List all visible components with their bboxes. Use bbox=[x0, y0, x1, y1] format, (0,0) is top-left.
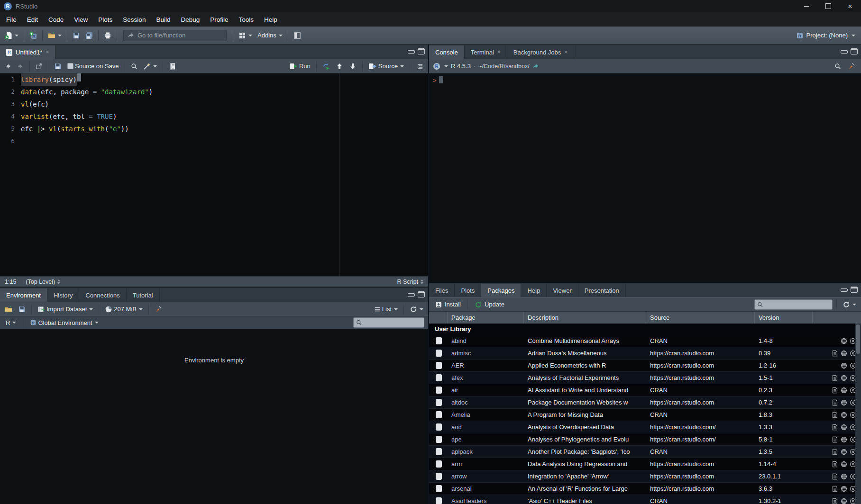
package-name-link[interactable]: aod bbox=[448, 423, 524, 431]
window-maximize-button[interactable] bbox=[817, 0, 839, 12]
package-name-link[interactable]: Amelia bbox=[448, 411, 524, 418]
package-name-link[interactable]: ape bbox=[448, 436, 524, 443]
goto-directory-icon[interactable] bbox=[532, 63, 539, 70]
rerun-button[interactable] bbox=[321, 60, 332, 72]
tab-untitled1[interactable]: R Untitled1* bbox=[0, 45, 55, 59]
tab-console[interactable]: Console bbox=[429, 45, 465, 59]
package-checkbox[interactable] bbox=[436, 448, 442, 455]
tab-help[interactable]: Help bbox=[521, 284, 547, 297]
package-name-link[interactable]: arsenal bbox=[448, 485, 524, 492]
compile-report-button[interactable] bbox=[167, 60, 178, 72]
console-maximize-icon[interactable] bbox=[851, 48, 858, 54]
refresh-environment-button[interactable] bbox=[408, 303, 425, 315]
package-website-icon[interactable] bbox=[841, 424, 847, 431]
tab-tutorial[interactable]: Tutorial bbox=[127, 288, 160, 302]
package-name-link[interactable]: arrow bbox=[448, 473, 524, 480]
code-tools-button[interactable] bbox=[141, 60, 159, 72]
console-minimize-icon[interactable] bbox=[841, 50, 848, 54]
package-checkbox[interactable] bbox=[436, 362, 442, 369]
list-view-button[interactable]: List bbox=[372, 303, 400, 315]
package-website-icon[interactable] bbox=[841, 399, 847, 406]
package-checkbox[interactable] bbox=[436, 387, 442, 394]
r-version-dropdown[interactable] bbox=[444, 65, 448, 67]
print-button[interactable] bbox=[102, 29, 113, 42]
forward-button[interactable] bbox=[15, 60, 26, 72]
new-file-button[interactable] bbox=[3, 29, 20, 42]
package-checkbox[interactable] bbox=[436, 423, 442, 431]
window-close-button[interactable] bbox=[839, 0, 861, 12]
update-button[interactable]: Update bbox=[472, 299, 507, 310]
load-workspace-button[interactable] bbox=[3, 303, 14, 315]
package-name-link[interactable]: admisc bbox=[448, 350, 524, 357]
environment-search-input[interactable] bbox=[364, 319, 421, 326]
console-output[interactable]: > bbox=[429, 73, 861, 282]
source-on-save-checkbox[interactable] bbox=[67, 63, 73, 69]
project-menu-button[interactable]: Project: (None) bbox=[796, 32, 858, 39]
package-manual-icon[interactable] bbox=[832, 350, 838, 357]
package-manual-icon[interactable] bbox=[832, 387, 838, 394]
open-file-button[interactable] bbox=[46, 29, 64, 42]
import-dataset-button[interactable]: Import Dataset bbox=[36, 303, 95, 315]
package-website-icon[interactable] bbox=[841, 338, 847, 344]
package-name-link[interactable]: arm bbox=[448, 460, 524, 468]
package-website-icon[interactable] bbox=[841, 412, 847, 418]
package-website-icon[interactable] bbox=[841, 449, 847, 455]
package-website-icon[interactable] bbox=[841, 387, 847, 394]
package-website-icon[interactable] bbox=[841, 486, 847, 492]
tab-history[interactable]: History bbox=[47, 288, 79, 302]
goto-file-function-box[interactable]: Go to file/function bbox=[123, 30, 227, 41]
source-button[interactable]: Source bbox=[366, 60, 406, 72]
pane-layout-button[interactable] bbox=[292, 29, 303, 42]
package-name-link[interactable]: AsioHeaders bbox=[448, 497, 524, 504]
menu-help[interactable]: Help bbox=[259, 12, 283, 27]
run-next-chunk-button[interactable] bbox=[347, 60, 358, 72]
package-manual-icon[interactable] bbox=[832, 461, 838, 468]
package-name-link[interactable]: abind bbox=[448, 337, 524, 344]
filetype-selector[interactable]: R Script bbox=[393, 279, 428, 285]
package-manual-icon[interactable] bbox=[832, 436, 838, 443]
source-maximize-icon[interactable] bbox=[418, 48, 425, 54]
tab-connections[interactable]: Connections bbox=[79, 288, 126, 302]
package-checkbox[interactable] bbox=[436, 374, 442, 381]
package-checkbox[interactable] bbox=[436, 473, 442, 480]
refresh-packages-button[interactable] bbox=[841, 298, 858, 311]
save-workspace-button[interactable] bbox=[16, 303, 27, 315]
packages-minimize-icon[interactable] bbox=[841, 288, 848, 292]
console-search-icon[interactable] bbox=[833, 60, 843, 72]
environment-scope-selector[interactable]: Global Environment bbox=[28, 316, 100, 329]
tab-background-jobs[interactable]: Background Jobs bbox=[507, 45, 574, 59]
package-website-icon[interactable] bbox=[841, 473, 847, 480]
package-manual-icon[interactable] bbox=[832, 449, 838, 455]
menu-view[interactable]: View bbox=[69, 12, 93, 27]
scope-selector[interactable]: (Top Level) bbox=[21, 279, 65, 285]
workspace-panes-button[interactable] bbox=[237, 29, 254, 42]
package-checkbox[interactable] bbox=[436, 411, 442, 418]
package-checkbox[interactable] bbox=[436, 337, 442, 344]
new-project-button[interactable] bbox=[27, 29, 39, 42]
menu-plots[interactable]: Plots bbox=[93, 12, 118, 27]
document-outline-button[interactable] bbox=[414, 60, 425, 72]
tab-files[interactable]: Files bbox=[429, 284, 455, 297]
package-website-icon[interactable] bbox=[841, 461, 847, 468]
tab-plots[interactable]: Plots bbox=[455, 284, 481, 297]
menu-file[interactable]: File bbox=[1, 12, 22, 27]
menu-build[interactable]: Build bbox=[151, 12, 175, 27]
tab-close-icon[interactable] bbox=[564, 49, 568, 55]
menu-profile[interactable]: Profile bbox=[205, 12, 233, 27]
menu-session[interactable]: Session bbox=[118, 12, 151, 27]
package-manual-icon[interactable] bbox=[832, 473, 838, 480]
package-checkbox[interactable] bbox=[436, 350, 442, 357]
package-name-link[interactable]: AER bbox=[448, 362, 524, 369]
package-manual-icon[interactable] bbox=[832, 375, 838, 381]
back-button[interactable] bbox=[3, 60, 13, 72]
menu-code[interactable]: Code bbox=[43, 12, 69, 27]
memory-usage-button[interactable]: 207 MiB bbox=[103, 303, 145, 315]
window-minimize-button[interactable] bbox=[796, 0, 817, 12]
tab-packages[interactable]: Packages bbox=[481, 284, 521, 297]
tab-terminal[interactable]: Terminal bbox=[465, 45, 507, 59]
save-source-button[interactable] bbox=[52, 60, 64, 72]
clear-workspace-button[interactable] bbox=[153, 303, 164, 315]
package-manual-icon[interactable] bbox=[832, 424, 838, 431]
package-website-icon[interactable] bbox=[841, 498, 847, 504]
package-checkbox[interactable] bbox=[436, 399, 442, 406]
